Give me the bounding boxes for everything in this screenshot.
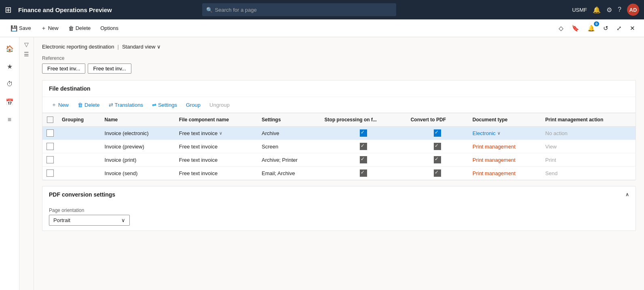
grid-new-button[interactable]: ＋ New [47, 99, 73, 110]
data-table-wrapper: Grouping Name File component name Settin… [42, 113, 636, 180]
sidebar: 🏠 ★ ⏱ 📅 ≡ [0, 37, 19, 290]
file-component-chevron-icon[interactable]: ∨ [219, 131, 222, 136]
row-file-component: Free text invoice [175, 167, 258, 180]
page-orientation-select[interactable]: Portrait ∨ [49, 215, 130, 226]
ref-buttons: Free text inv... Free text inv... [42, 64, 636, 74]
settings-icon[interactable]: ⚙ [606, 6, 612, 14]
delete-button[interactable]: 🗑 Delete [64, 23, 95, 33]
row-check-col[interactable] [42, 127, 58, 140]
menu-icon[interactable]: ☰ [24, 51, 29, 57]
save-button[interactable]: 💾 Save [6, 23, 35, 33]
sidebar-icon-workspaces[interactable]: 📅 [2, 95, 17, 109]
reference-section: Reference Free text inv... Free text inv… [42, 55, 636, 74]
row-grouping [58, 140, 101, 153]
notification-icon[interactable]: 🔔 [593, 6, 601, 14]
file-destination-header: File destination [42, 80, 636, 97]
table-row[interactable]: Invoice (print)Free text invoiceArchive;… [42, 153, 636, 167]
header-file-component: File component name [175, 113, 258, 127]
row-stop-processing[interactable] [321, 167, 407, 180]
header-grouping: Grouping [58, 113, 101, 127]
expand-icon[interactable]: ⤢ [614, 23, 624, 34]
row-convert-pdf[interactable] [407, 153, 469, 167]
row-file-component: Free text invoice [175, 140, 258, 153]
sidebar-icon-star[interactable]: ★ [2, 59, 17, 74]
doc-type-chevron-icon[interactable]: ∨ [497, 131, 500, 136]
grid-new-icon: ＋ [51, 101, 57, 108]
filter-icon[interactable]: ▽ [24, 41, 29, 48]
header-convert-pdf: Convert to PDF [407, 113, 469, 127]
help-icon[interactable]: ? [618, 6, 621, 13]
row-convert-pdf[interactable] [407, 140, 469, 153]
row-settings: Screen [258, 140, 320, 153]
layout: 🏠 ★ ⏱ 📅 ≡ ▽ ☰ Electronic reporting desti… [0, 37, 644, 290]
row-stop-processing[interactable] [321, 153, 407, 167]
row-doc-type[interactable]: Print management [469, 140, 541, 153]
row-convert-pdf[interactable] [407, 167, 469, 180]
page-header: Electronic reporting destination | Stand… [42, 44, 636, 50]
row-name: Invoice (send) [101, 167, 175, 180]
avatar[interactable]: AD [627, 4, 639, 16]
pdf-body: Page orientation Portrait ∨ [42, 203, 636, 231]
delete-icon: 🗑 [68, 25, 74, 32]
app-grid-icon[interactable]: ⊞ [5, 5, 12, 15]
breadcrumb-separator: | [118, 44, 119, 50]
sidebar-icon-list[interactable]: ≡ [2, 112, 17, 127]
pdf-collapse-icon[interactable]: ∧ [625, 192, 629, 197]
row-check-col[interactable] [42, 140, 58, 153]
grid-group-button[interactable]: Group [182, 100, 205, 110]
top-nav-right: USMF 🔔 ⚙ ? AD [572, 4, 639, 16]
notification-badge: 0 [594, 21, 599, 26]
header-name: Name [101, 113, 175, 127]
row-print-action: Print [541, 153, 636, 167]
pdf-section-title: PDF conversion settings [49, 191, 115, 198]
row-doc-type[interactable]: Print management [469, 153, 541, 167]
table-row[interactable]: Invoice (electronic)Free text invoice∨Ar… [42, 127, 636, 140]
file-destination-section: File destination ＋ New 🗑 Delete ⇄ Transl… [42, 80, 636, 180]
close-icon[interactable]: ✕ [627, 23, 638, 34]
bookmark-icon[interactable]: 🔖 [569, 23, 582, 34]
row-check-col[interactable] [42, 153, 58, 167]
new-button[interactable]: ＋ New [37, 23, 63, 34]
badge-wrap: 🔔 0 [585, 23, 598, 34]
diamond-icon[interactable]: ◇ [556, 23, 566, 34]
file-destination-title: File destination [49, 85, 91, 92]
row-name: Invoice (preview) [101, 140, 175, 153]
grid-delete-icon: 🗑 [78, 102, 83, 108]
ref-button-1[interactable]: Free text inv... [42, 64, 85, 74]
row-print-action: No action [541, 127, 636, 140]
view-chevron-icon: ∨ [157, 44, 161, 50]
new-icon: ＋ [41, 25, 46, 32]
page-orientation-chevron: ∨ [121, 217, 125, 223]
ref-button-2[interactable]: Free text inv... [88, 64, 131, 74]
pdf-conversion-section: PDF conversion settings ∧ Page orientati… [42, 186, 636, 231]
view-selector[interactable]: Standard view ∨ [122, 44, 161, 50]
header-print-action: Print management action [541, 113, 636, 127]
grid-settings-button[interactable]: ⇌ Settings [148, 100, 181, 110]
search-placeholder: Search for a page [215, 7, 257, 13]
row-convert-pdf[interactable] [407, 127, 469, 140]
grid-translations-icon: ⇄ [109, 102, 113, 108]
row-doc-type[interactable]: Print management [469, 167, 541, 180]
grid-translations-button[interactable]: ⇄ Translations [105, 100, 147, 110]
page-orientation-label: Page orientation [49, 207, 629, 213]
grid-ungroup-button[interactable]: Ungroup [205, 100, 234, 110]
row-check-col[interactable] [42, 167, 58, 180]
table-header-row: Grouping Name File component name Settin… [42, 113, 636, 127]
options-button[interactable]: Options [96, 23, 122, 33]
row-print-action: Send [541, 167, 636, 180]
top-nav: ⊞ Finance and Operations Preview 🔍 Searc… [0, 0, 644, 19]
row-stop-processing[interactable] [321, 140, 407, 153]
grid-delete-button[interactable]: 🗑 Delete [74, 100, 104, 110]
table-row[interactable]: Invoice (send)Free text invoiceEmail; Ar… [42, 167, 636, 180]
sidebar-icon-home[interactable]: 🏠 [2, 41, 17, 56]
table-row[interactable]: Invoice (preview)Free text invoiceScreen… [42, 140, 636, 153]
search-bar[interactable]: 🔍 Search for a page [202, 3, 396, 16]
row-doc-type[interactable]: Electronic∨ [469, 127, 541, 140]
row-stop-processing[interactable] [321, 127, 407, 140]
filter-strip: ▽ ☰ [19, 37, 34, 290]
grid-settings-icon: ⇌ [152, 102, 156, 108]
sidebar-icon-recent[interactable]: ⏱ [2, 77, 17, 91]
refresh-icon[interactable]: ↺ [601, 23, 611, 34]
row-name: Invoice (print) [101, 153, 175, 167]
header-check-col[interactable] [42, 113, 58, 127]
